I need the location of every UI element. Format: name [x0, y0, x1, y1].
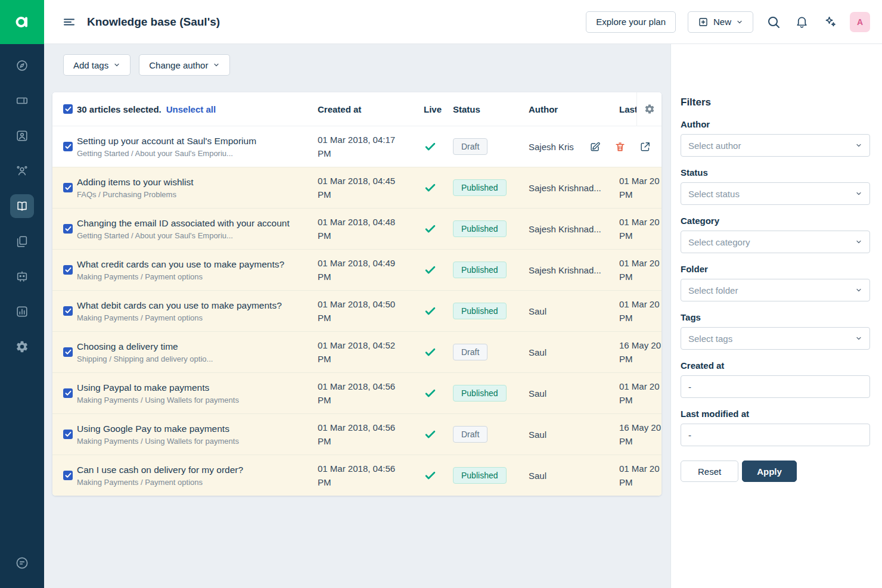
- checkmark-icon: [65, 472, 72, 478]
- main-area: Knowledge base (Saul's) Explore your pla…: [44, 0, 882, 588]
- last-modified-filter-input[interactable]: [681, 424, 870, 446]
- last-modified-value: 01 Mar 20 PM: [619, 174, 662, 202]
- status-badge: Draft: [453, 138, 487, 155]
- sidebar-item-admin[interactable]: [10, 335, 34, 359]
- table-row[interactable]: Choosing a delivery time Shipping / Ship…: [52, 331, 662, 372]
- filters-title: Filters: [681, 97, 870, 108]
- sidebar-item-dashboard[interactable]: [10, 54, 34, 77]
- contact-card-icon: [15, 129, 29, 142]
- row-checkbox[interactable]: [63, 306, 73, 316]
- pages-icon: [15, 235, 29, 248]
- status-filter-select[interactable]: Select status: [681, 182, 870, 205]
- row-checkbox[interactable]: [63, 430, 73, 439]
- whats-new-icon[interactable]: [822, 14, 838, 30]
- last-modified-value: 16 May 20 PM: [619, 421, 662, 449]
- row-checkbox[interactable]: [63, 347, 73, 357]
- author-filter-select[interactable]: Select author: [681, 134, 870, 157]
- freshworks-logo[interactable]: [0, 0, 44, 44]
- sidebar-item-analytics[interactable]: [10, 300, 34, 323]
- sidebar-nav: [10, 44, 34, 370]
- live-check-icon: [424, 428, 437, 441]
- article-category-path: Making Payments / Using Wallets for paym…: [77, 396, 306, 405]
- select-all-checkbox[interactable]: [63, 104, 73, 114]
- column-settings-button[interactable]: [636, 92, 662, 126]
- table-row[interactable]: Changing the email ID associated with yo…: [52, 208, 662, 249]
- status-badge: Draft: [453, 426, 487, 443]
- row-checkbox[interactable]: [63, 471, 73, 480]
- table-row[interactable]: Using Google Pay to make payments Making…: [52, 413, 662, 455]
- status-badge: Published: [453, 385, 507, 402]
- folder-filter-select[interactable]: Select folder: [681, 279, 870, 301]
- notifications-icon[interactable]: [794, 14, 810, 30]
- chevron-down-icon: [736, 18, 743, 26]
- live-check-icon: [424, 140, 437, 153]
- sidebar-item-pages[interactable]: [10, 229, 34, 253]
- explore-plan-button[interactable]: Explore your plan: [586, 11, 676, 33]
- row-checkbox[interactable]: [63, 183, 73, 192]
- article-title[interactable]: What credit cards can you use to make pa…: [77, 259, 306, 270]
- sidebar-item-solutions[interactable]: [10, 194, 34, 218]
- table-row[interactable]: Can I use cash on delivery for my order?…: [52, 455, 662, 496]
- sidebar-item-help[interactable]: [10, 551, 34, 575]
- article-title[interactable]: Setting up your account at Saul's Empori…: [77, 136, 306, 147]
- filters-panel: Filters Author Select author Status Sele…: [670, 44, 882, 588]
- article-title[interactable]: Choosing a delivery time: [77, 341, 306, 352]
- last-modified-value: 16 May 20 PM: [619, 338, 662, 366]
- created-at-value: 01 Mar 2018, 04:56 PM: [318, 421, 402, 449]
- sidebar-item-social[interactable]: [10, 159, 34, 183]
- reset-filters-button[interactable]: Reset: [681, 461, 738, 482]
- tags-filter-select[interactable]: Select tags: [681, 327, 870, 350]
- article-title[interactable]: Changing the email ID associated with yo…: [77, 218, 306, 229]
- live-check-icon: [424, 263, 437, 276]
- live-check-icon: [424, 387, 437, 400]
- column-header-created-at: Created at: [318, 104, 424, 114]
- article-title[interactable]: Can I use cash on delivery for my order?: [77, 465, 306, 475]
- article-title[interactable]: Adding items to your wishlist: [77, 177, 306, 188]
- change-author-button[interactable]: Change author: [139, 54, 230, 76]
- row-checkbox[interactable]: [63, 265, 73, 275]
- created-at-filter-input[interactable]: [681, 375, 870, 398]
- row-checkbox[interactable]: [63, 142, 73, 151]
- grid-plus-icon: [698, 17, 709, 27]
- search-icon[interactable]: [765, 14, 782, 30]
- article-title[interactable]: What debit cards can you use to make pay…: [77, 300, 306, 311]
- chevron-down-icon: [855, 287, 862, 294]
- avatar[interactable]: A: [850, 12, 870, 32]
- logo-glyph-icon: [13, 13, 31, 31]
- live-check-icon: [424, 469, 437, 482]
- article-category-path: Shipping / Shipping and delivery optio..…: [77, 354, 306, 363]
- author-name: Saul: [529, 306, 613, 316]
- table-row[interactable]: Setting up your account at Saul's Empori…: [52, 126, 662, 167]
- status-badge: Draft: [453, 344, 487, 360]
- table-row[interactable]: What debit cards can you use to make pay…: [52, 290, 662, 331]
- status-badge: Published: [453, 262, 507, 278]
- article-category-path: Making Payments / Using Wallets for paym…: [77, 437, 306, 446]
- body-row: Add tags Change author: [44, 44, 882, 588]
- category-filter-select[interactable]: Select category: [681, 231, 870, 253]
- add-tags-button[interactable]: Add tags: [63, 54, 131, 76]
- row-checkbox[interactable]: [63, 388, 73, 398]
- unselect-all-link[interactable]: Unselect all: [166, 104, 216, 114]
- page-title: Knowledge base (Saul's): [87, 15, 220, 29]
- author-name: Saul: [529, 388, 613, 399]
- last-modified-value: 01 Mar 20 PM: [619, 215, 662, 243]
- collapse-sidebar-icon[interactable]: [62, 15, 76, 29]
- sidebar-item-tickets[interactable]: [10, 89, 34, 113]
- delete-article-icon[interactable]: [614, 141, 626, 153]
- table-header: 30 articles selected. Unselect all Creat…: [52, 92, 662, 126]
- table-row[interactable]: Adding items to your wishlist FAQs / Pur…: [52, 167, 662, 208]
- article-title[interactable]: Using Google Pay to make payments: [77, 424, 306, 434]
- apply-filters-button[interactable]: Apply: [742, 461, 797, 482]
- article-title[interactable]: Using Paypal to make payments: [77, 382, 306, 393]
- last-modified-value: 01 Mar 20 PM: [619, 297, 662, 325]
- last-modified-filter-label: Last modified at: [681, 409, 870, 419]
- table-row[interactable]: Using Paypal to make payments Making Pay…: [52, 372, 662, 413]
- edit-article-icon[interactable]: [589, 141, 601, 153]
- sidebar-item-contacts[interactable]: [10, 124, 34, 148]
- sidebar-item-bots[interactable]: [10, 265, 34, 288]
- row-checkbox[interactable]: [63, 224, 73, 234]
- open-article-icon[interactable]: [639, 141, 651, 153]
- table-row[interactable]: What credit cards can you use to make pa…: [52, 249, 662, 290]
- status-badge: Published: [453, 467, 507, 484]
- new-button[interactable]: New: [688, 11, 753, 33]
